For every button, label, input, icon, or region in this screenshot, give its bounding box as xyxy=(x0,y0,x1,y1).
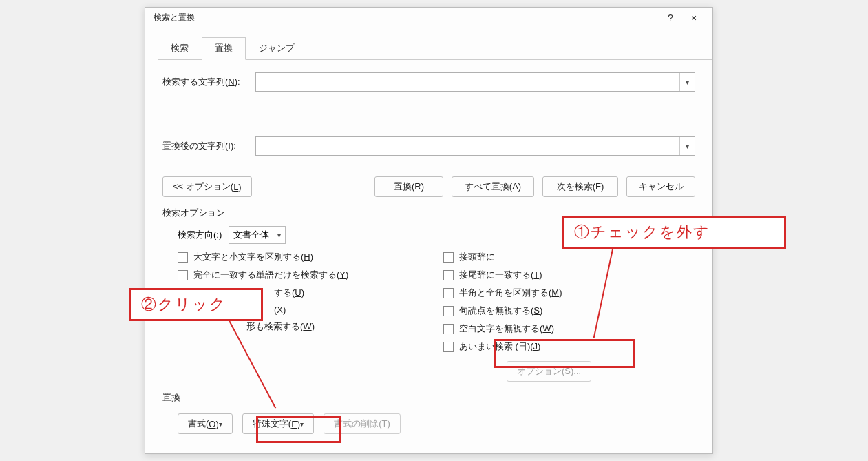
replace-button[interactable]: 置換(R) xyxy=(374,176,443,197)
checkbox-icon xyxy=(443,252,454,263)
find-next-button[interactable]: 次を検索(F) xyxy=(542,176,618,197)
checkbox-icon xyxy=(443,342,454,352)
annotation-highlight-checkbox xyxy=(494,339,635,368)
cb-match-case[interactable]: 大文字と小文字を区別する(H) xyxy=(178,251,430,263)
checkbox-icon xyxy=(443,270,454,280)
find-history-dropdown-icon[interactable]: ▾ xyxy=(679,73,695,91)
cancel-button[interactable]: キャンセル xyxy=(626,176,695,197)
replace-row: 置換後の文字列(I): ▾ xyxy=(162,136,695,156)
tab-replace[interactable]: 置換 xyxy=(202,37,246,60)
checkbox-icon xyxy=(178,270,188,280)
cb-ignore-space[interactable]: 空白文字を無視する(W) xyxy=(443,322,695,335)
direction-label: 検索方向(:) xyxy=(178,229,222,241)
format-button[interactable]: 書式(O) xyxy=(178,413,233,434)
button-row: << オプション(L) 置換(R) すべて置換(A) 次を検索(F) キャンセル xyxy=(145,176,712,203)
cb-suffix[interactable]: 接尾辞に一致する(T) xyxy=(443,269,695,281)
tab-jump[interactable]: ジャンプ xyxy=(246,37,308,60)
tab-search[interactable]: 検索 xyxy=(158,37,202,60)
cb-word-forms[interactable]: 形も検索する(W) xyxy=(178,320,430,333)
replace-section-label: 置換 xyxy=(162,391,695,404)
cb-ignore-punct[interactable]: 句読点を無視する(S) xyxy=(443,305,695,317)
close-button[interactable]: × xyxy=(682,8,706,28)
callout-click: ②クリック xyxy=(129,288,263,321)
replace-input-combo[interactable]: ▾ xyxy=(255,136,695,156)
checkbox-icon xyxy=(443,324,454,334)
checkbox-icon xyxy=(443,306,454,316)
dialog-tabs: 検索 置換 ジャンプ xyxy=(158,37,712,60)
cb-prefix[interactable]: 接頭辞に xyxy=(443,251,695,263)
cb-byte-width[interactable]: 半角と全角を区別する(M) xyxy=(443,287,695,299)
chevron-down-icon: ▾ xyxy=(277,232,281,239)
replace-history-dropdown-icon[interactable]: ▾ xyxy=(679,137,695,155)
replace-label: 置換後の文字列(I): xyxy=(162,140,255,152)
options-toggle-button[interactable]: << オプション(L) xyxy=(162,176,252,197)
direction-select[interactable]: 文書全体 ▾ xyxy=(229,226,286,244)
checkbox-icon xyxy=(443,288,454,298)
form-area: 検索する文字列(N): ▾ 置換後の文字列(I): ▾ xyxy=(145,60,712,156)
cb-whole-word[interactable]: 完全に一致する単語だけを検索する(Y) xyxy=(178,269,430,281)
find-input-combo[interactable]: ▾ xyxy=(255,72,695,92)
titlebar: 検索と置換 ? × xyxy=(145,8,712,28)
checkbox-icon xyxy=(178,252,188,263)
dialog-title: 検索と置換 xyxy=(154,12,659,23)
replace-input[interactable] xyxy=(256,137,679,155)
replace-format-section: 置換 書式(O) 特殊文字(E) 書式の削除(T) xyxy=(145,386,712,434)
find-label: 検索する文字列(N): xyxy=(162,76,255,88)
replace-buttons-row: 書式(O) 特殊文字(E) 書式の削除(T) xyxy=(178,413,695,434)
find-input[interactable] xyxy=(256,73,679,91)
annotation-highlight-special-button xyxy=(256,416,341,443)
find-row: 検索する文字列(N): ▾ xyxy=(162,72,695,92)
callout-uncheck: ①チェックを外す xyxy=(562,216,786,249)
help-button[interactable]: ? xyxy=(659,8,682,28)
replace-all-button[interactable]: すべて置換(A) xyxy=(452,176,534,197)
